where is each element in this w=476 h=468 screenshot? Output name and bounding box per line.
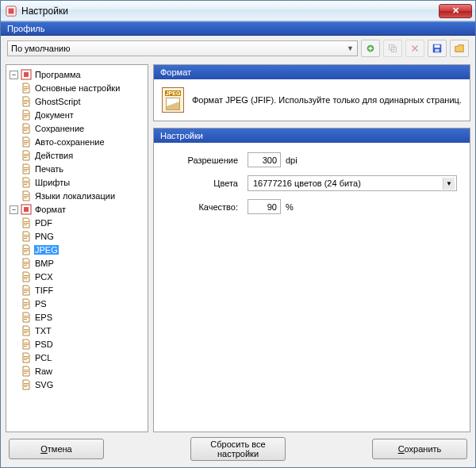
svg-rect-29 [24, 169, 29, 170]
window-title: Настройки [21, 6, 439, 17]
tree-format-item[interactable]: PSD [8, 338, 146, 351]
tree-program-item[interactable]: Сохранение [8, 122, 146, 135]
tree-format-item[interactable]: PCL [8, 351, 146, 364]
svg-rect-40 [24, 223, 29, 224]
svg-rect-35 [24, 196, 29, 197]
content-area: − Программа Основные настройкиGhostScrip… [1, 61, 475, 435]
file-icon [21, 352, 32, 363]
profile-new-button[interactable] [361, 40, 380, 57]
format-description: Формат JPEG (JFIF). Используйте только д… [192, 95, 462, 105]
svg-rect-18 [24, 117, 27, 117]
file-icon [21, 312, 32, 323]
svg-rect-76 [24, 385, 29, 386]
profile-caption-bar: Профиль [1, 21, 475, 36]
profile-selected-value: По умолчанию [11, 44, 70, 53]
file-icon [21, 123, 32, 134]
tree-format-item[interactable]: SVG [8, 378, 146, 391]
svg-rect-77 [24, 386, 27, 387]
svg-rect-24 [24, 144, 27, 144]
file-icon [21, 190, 32, 201]
app-icon [6, 6, 17, 17]
file-icon [21, 366, 32, 377]
tree-format-item[interactable]: TIFF [8, 284, 146, 297]
quality-input[interactable] [248, 199, 281, 214]
jpeg-icon: JPEG [162, 87, 184, 113]
tree-program[interactable]: − Программа [8, 68, 146, 81]
svg-rect-26 [24, 155, 29, 156]
svg-rect-67 [24, 344, 29, 345]
tree-format-item[interactable]: PDF [8, 217, 146, 229]
file-icon [21, 244, 32, 255]
collapse-icon[interactable]: − [10, 71, 18, 79]
tree-format-item[interactable]: JPEG [8, 244, 146, 256]
tree-format-item[interactable]: PNG [8, 230, 146, 243]
tree-program-item[interactable]: Языки локализации [8, 190, 146, 202]
svg-rect-57 [24, 302, 29, 303]
file-icon [21, 231, 32, 242]
tree-format-item[interactable]: EPS [8, 311, 146, 324]
tree-program-item[interactable]: Шрифты [8, 176, 146, 189]
collapse-icon[interactable]: − [10, 205, 18, 214]
svg-rect-6 [435, 45, 440, 48]
svg-rect-71 [24, 359, 27, 360]
profile-save-button[interactable] [428, 40, 447, 57]
right-pane: Формат JPEG Формат JPEG (JFIF). Использу… [153, 64, 470, 432]
tree-program-item[interactable]: Действия [8, 149, 146, 162]
file-icon [21, 109, 32, 121]
cancel-button[interactable]: Отмена [9, 439, 104, 459]
tree-format[interactable]: − Формат [8, 203, 146, 216]
file-icon [21, 379, 32, 390]
colors-label: Цвета [167, 178, 238, 188]
profile-select[interactable]: По умолчанию ▼ [7, 40, 358, 56]
tree-program-item[interactable]: Печать [8, 163, 146, 175]
quality-label: Качество: [167, 202, 238, 212]
tree-program-item[interactable]: Документ [8, 109, 146, 121]
file-icon [21, 339, 32, 350]
format-icon [21, 204, 32, 215]
svg-rect-50 [24, 265, 27, 266]
svg-rect-68 [24, 346, 27, 347]
svg-rect-66 [24, 343, 29, 343]
svg-rect-23 [24, 142, 29, 143]
tree-format-item[interactable]: TXT [8, 324, 146, 337]
colors-select[interactable]: 16777216 цветов (24 бита) ▼ [248, 175, 457, 191]
svg-rect-36 [24, 198, 27, 198]
tree-program-item[interactable]: Авто-сохранение [8, 136, 146, 148]
profile-copy-button[interactable] [383, 40, 402, 57]
close-button[interactable]: ✕ [439, 4, 472, 18]
svg-rect-45 [24, 248, 29, 249]
svg-rect-65 [24, 332, 27, 333]
tree-format-item[interactable]: BMP [8, 257, 146, 270]
chevron-down-icon: ▼ [347, 44, 354, 52]
svg-rect-16 [24, 113, 29, 114]
tree-format-item[interactable]: PCX [8, 270, 146, 283]
tree-program-item[interactable]: Основные настройки [8, 82, 146, 94]
tree-format-item[interactable]: PS [8, 297, 146, 310]
svg-rect-48 [24, 262, 29, 263]
reset-button[interactable]: Сбросить все настройки [190, 437, 286, 461]
svg-rect-74 [24, 373, 27, 374]
profile-open-button[interactable] [450, 40, 469, 57]
settings-tree[interactable]: − Программа Основные настройкиGhostScrip… [6, 64, 148, 432]
tree-format-item[interactable]: Raw [8, 365, 146, 378]
svg-rect-59 [24, 305, 27, 306]
svg-rect-30 [24, 171, 27, 171]
resolution-input[interactable] [248, 152, 281, 167]
svg-rect-64 [24, 331, 29, 332]
save-button[interactable]: Сохранить [372, 439, 467, 459]
svg-rect-62 [24, 319, 27, 320]
svg-rect-15 [24, 103, 27, 104]
svg-rect-52 [24, 277, 29, 278]
svg-rect-25 [24, 154, 29, 155]
svg-rect-47 [24, 251, 27, 252]
tree-program-item[interactable]: GhostScript [8, 95, 146, 108]
svg-rect-60 [24, 316, 29, 316]
svg-rect-41 [24, 224, 27, 225]
svg-rect-73 [24, 371, 29, 372]
profile-delete-button[interactable] [405, 40, 424, 57]
format-group-caption: Формат [154, 65, 470, 79]
svg-rect-55 [24, 290, 29, 291]
svg-rect-1 [9, 8, 14, 13]
svg-rect-51 [24, 275, 29, 276]
chevron-down-icon: ▼ [443, 178, 455, 190]
